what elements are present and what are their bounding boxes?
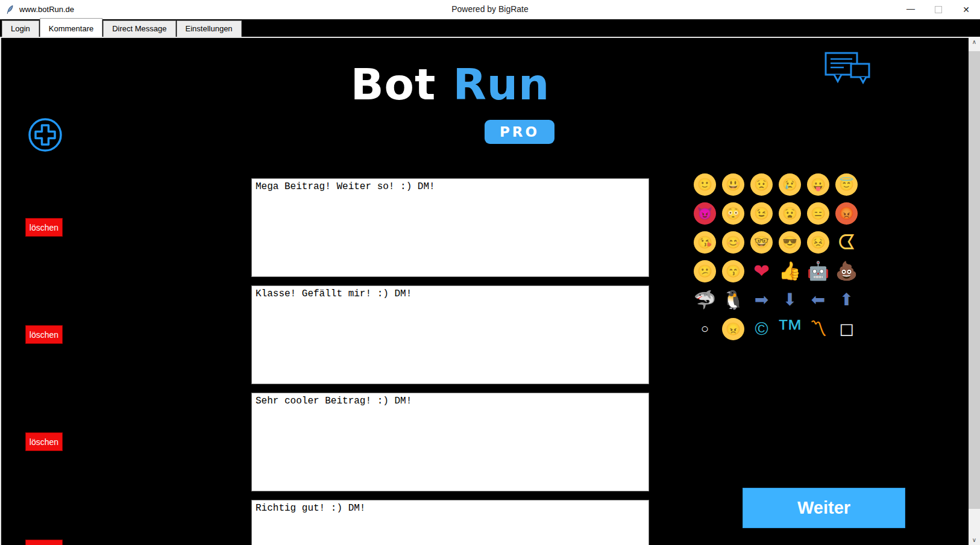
delete-comment-button[interactable]: löschen <box>25 218 63 237</box>
worried-face-emoji[interactable]: 😟 <box>747 170 776 199</box>
comment-textarea[interactable] <box>251 500 649 545</box>
right-arrow-emoji[interactable]: ➡ <box>747 285 776 314</box>
maximize-button[interactable] <box>925 0 952 19</box>
comment-textarea[interactable] <box>251 285 649 384</box>
sunglasses-face-emoji[interactable]: 😎 <box>776 228 804 257</box>
cat-mouth-face-emoji[interactable]: 😙 <box>719 257 747 285</box>
down-arrow-emoji[interactable]: ⬇ <box>776 285 804 314</box>
nerd-face-emoji[interactable]: 🤓 <box>747 228 776 257</box>
delete-comment-button[interactable]: löschen <box>25 432 63 451</box>
scroll-down-button[interactable]: ∨ <box>969 535 980 545</box>
main-content: BotRun PRO löschenlöschenlöschenlöschen … <box>0 37 969 545</box>
pouting-face-emoji[interactable]: 😡 <box>832 199 861 228</box>
white-square-emoji[interactable]: ◻ <box>832 314 861 343</box>
winking-face-emoji[interactable]: 😉 <box>747 199 776 228</box>
delete-comment-button[interactable]: löschen <box>25 325 63 344</box>
crying-face-emoji[interactable]: 😢 <box>776 170 804 199</box>
logo-text-bot: Bot <box>351 59 436 110</box>
up-arrow-emoji[interactable]: ⬆ <box>832 285 861 314</box>
powered-by-text: Powered by BigRate <box>0 0 980 18</box>
white-circle-emoji[interactable]: ○ <box>691 314 719 343</box>
comment-row: löschen <box>1 393 670 491</box>
window-controls: — ✕ <box>897 0 980 19</box>
close-button[interactable]: ✕ <box>952 0 980 19</box>
maximize-icon <box>935 6 942 13</box>
tab-direct-message[interactable]: Direct Message <box>103 20 175 37</box>
red-heart-emoji[interactable]: ❤ <box>747 257 776 285</box>
scrollbar[interactable]: ∧ ∨ <box>969 37 980 545</box>
left-arrow-emoji[interactable]: ⬅ <box>804 285 832 314</box>
trademark-sign-emoji[interactable]: ™ <box>776 314 804 343</box>
expressionless-face-emoji[interactable]: 😑 <box>804 199 832 228</box>
comment-row: löschen <box>1 178 670 277</box>
devil-face-emoji[interactable]: 😈 <box>691 199 719 228</box>
thumbs-up-emoji[interactable]: 👍 <box>776 257 804 285</box>
comment-textarea[interactable] <box>251 178 649 277</box>
tab-kommentare[interactable]: Kommentare <box>40 18 102 37</box>
confused-face-emoji[interactable]: 😕 <box>691 257 719 285</box>
emoji-grid: 🙂😃😟😢😛😇😈😳😉😧😑😡😘😊🤓😎😣ᗧ😕😙❤👍🤖💩🦈🐧➡⬇⬅⬆○😠©™〽◻ <box>691 170 861 343</box>
smiling-blush-face-emoji[interactable]: 😊 <box>719 228 747 257</box>
grinning-face-emoji[interactable]: 😃 <box>719 170 747 199</box>
weiter-button[interactable]: Weiter <box>743 488 905 528</box>
copyright-sign-emoji[interactable]: © <box>747 314 776 343</box>
title-bar: www.botRun.de Powered by BigRate — ✕ <box>0 0 980 19</box>
app-window: www.botRun.de Powered by BigRate — ✕ Log… <box>0 0 980 545</box>
flushed-face-emoji[interactable]: 😳 <box>719 199 747 228</box>
delete-comment-button[interactable]: löschen <box>25 540 63 545</box>
chat-bubbles-icon <box>825 52 872 87</box>
halo-face-emoji[interactable]: 😇 <box>832 170 861 199</box>
part-alternation-mark-emoji[interactable]: 〽 <box>804 314 832 343</box>
penguin-emoji[interactable]: 🐧 <box>719 285 747 314</box>
slightly-smiling-face-emoji[interactable]: 🙂 <box>691 170 719 199</box>
app-logo: BotRun <box>251 59 649 110</box>
comment-row: löschen <box>1 285 670 384</box>
tongue-out-face-emoji[interactable]: 😛 <box>804 170 832 199</box>
shark-emoji[interactable]: 🦈 <box>691 285 719 314</box>
persevering-face-emoji[interactable]: 😣 <box>804 228 832 257</box>
tab-einstellungen[interactable]: Einstellungen <box>177 20 242 37</box>
add-comment-button[interactable] <box>28 117 63 152</box>
comment-row: löschen <box>1 500 670 545</box>
tab-bar: LoginKommentareDirect MessageEinstellung… <box>0 19 980 37</box>
minimize-icon: — <box>906 4 915 13</box>
tab-login[interactable]: Login <box>2 20 39 37</box>
angry-face-emoji[interactable]: 😠 <box>719 314 747 343</box>
shocked-face-emoji[interactable]: 😧 <box>776 199 804 228</box>
kissing-heart-face-emoji[interactable]: 😘 <box>691 228 719 257</box>
logo-text-run: Run <box>453 59 550 110</box>
scroll-up-button[interactable]: ∧ <box>969 37 980 47</box>
poop-emoji[interactable]: 💩 <box>832 257 861 285</box>
scrollbar-thumb[interactable] <box>969 51 980 509</box>
comment-textarea[interactable] <box>251 393 649 491</box>
robot-face-emoji[interactable]: 🤖 <box>804 257 832 285</box>
close-icon: ✕ <box>963 5 970 14</box>
minimize-button[interactable]: — <box>897 0 925 19</box>
pacman-emoji[interactable]: ᗧ <box>832 228 861 257</box>
pro-badge: PRO <box>485 120 554 144</box>
